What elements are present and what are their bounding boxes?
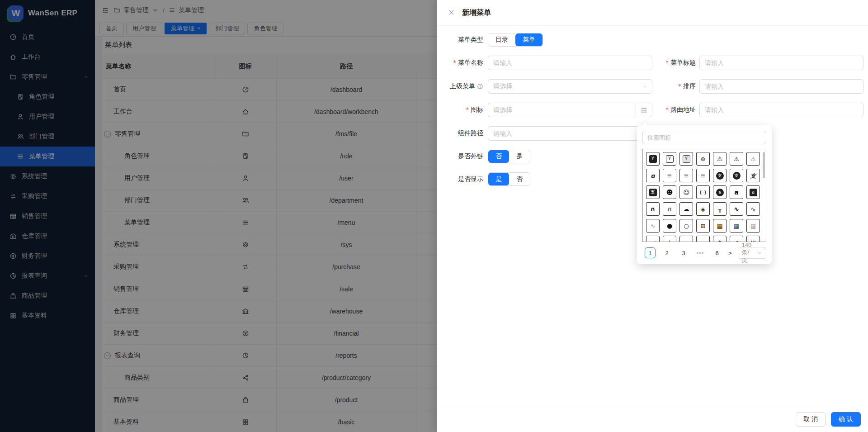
arrow-up-outlined-glyph: ↑ <box>717 240 722 242</box>
page-size-select[interactable]: 140 条/页 <box>738 247 766 259</box>
aliwangwang-outlined-glyph: ☺ <box>683 190 689 195</box>
picker-icon-alert-outlined[interactable]: ⚠ <box>730 152 743 166</box>
picker-icon-appstore-filled[interactable]: ▦ <box>713 219 726 233</box>
scrollbar-thumb[interactable] <box>763 152 765 178</box>
picker-icon-account-book-twotone[interactable]: ¥ <box>679 152 693 166</box>
picker-icon-arrow-right-outlined[interactable]: → <box>696 236 710 242</box>
ant-cloud-outlined-glyph: ☁ <box>683 206 689 212</box>
amazon-outlined-glyph: a <box>734 189 738 195</box>
picker-icon-arrow-up-outlined[interactable]: ↑ <box>713 236 726 242</box>
picker-icon-api-outlined[interactable]: ∿ <box>746 202 760 216</box>
picker-icon-ant-design-outlined[interactable]: ◈ <box>696 202 710 216</box>
route-input[interactable] <box>699 103 863 117</box>
page-button-3[interactable]: 3 <box>678 247 689 258</box>
picker-icon-api-filled[interactable]: ∿ <box>730 202 743 216</box>
picker-icon-android-outlined[interactable]: ∩ <box>663 202 676 216</box>
drawer-footer: 取 消 确 认 <box>437 406 868 432</box>
picker-icon-aliwangwang-filled[interactable]: ☻ <box>663 185 676 199</box>
picker-icon-appstore-outlined[interactable]: ▦ <box>730 219 743 233</box>
next-page-button[interactable]: > <box>728 250 732 256</box>
picker-icon-amazon-circle-filled[interactable]: a <box>713 185 726 199</box>
menu-type-label: 菜单类型 <box>449 36 483 44</box>
picker-icon-account-book-filled[interactable]: ¥ <box>646 152 660 166</box>
amazon-circle-filled-glyph: a <box>716 189 724 196</box>
alert-twotone-glyph: ⚠ <box>750 156 756 162</box>
icon-search-input[interactable] <box>642 131 766 144</box>
picker-icon-align-left-outlined[interactable]: ≡ <box>679 169 693 182</box>
form-row-icon-route: 图标 路由地址 <box>449 103 863 117</box>
picker-icon-apple-outlined[interactable]: ○ <box>679 219 693 233</box>
picker-icon-alipay-circle-filled[interactable]: 支 <box>713 169 726 182</box>
audio-outlined-glyph: Ψ <box>751 240 755 242</box>
appstore-add-outlined-glyph: ⊞ <box>701 223 706 229</box>
arrow-right-outlined-glyph: → <box>701 240 706 242</box>
external-link-label: 是否外链 <box>449 152 483 161</box>
external-option-no[interactable]: 否 <box>488 150 509 163</box>
icon-picker-button[interactable] <box>636 103 652 117</box>
picker-icon-area-chart-outlined[interactable]: ◢ <box>646 236 660 242</box>
cancel-button[interactable]: 取 消 <box>796 412 826 427</box>
alipay-outlined-glyph: 支 <box>750 173 756 179</box>
picker-icon-alipay-outlined[interactable]: 支 <box>746 169 760 182</box>
visible-segmented: 是 否 <box>488 172 530 186</box>
icon-grid: ¥¥¥⊕⚠⚠⚠ɑ≡≡≡支支支支☻☺(-)aaa∩∩☁◈╥∿∿∿●○⊞▦▦▦◢↓←… <box>642 149 766 242</box>
component-input[interactable] <box>488 126 652 141</box>
picker-icon-align-right-outlined[interactable]: ≡ <box>696 169 710 182</box>
sort-label: 排序 <box>652 82 696 90</box>
menu-type-option-directory[interactable]: 目录 <box>488 33 515 46</box>
page-button-•••[interactable]: ••• <box>695 247 706 258</box>
menu-name-input[interactable] <box>488 56 652 70</box>
external-option-yes[interactable]: 是 <box>509 150 530 163</box>
close-icon[interactable] <box>448 9 455 16</box>
icon-picker-popup: ¥¥¥⊕⚠⚠⚠ɑ≡≡≡支支支支☻☺(-)aaa∩∩☁◈╥∿∿∿●○⊞▦▦▦◢↓←… <box>637 125 772 264</box>
picker-icon-api-twotone[interactable]: ∿ <box>646 219 660 233</box>
picker-icon-apartment-outlined[interactable]: ╥ <box>713 202 726 216</box>
picker-icon-alert-twotone[interactable]: ⚠ <box>746 152 760 166</box>
apartment-outlined-glyph: ╥ <box>718 206 722 212</box>
chevron-down-icon <box>757 251 762 256</box>
picker-icon-audio-outlined[interactable]: Ψ <box>746 236 760 242</box>
alibaba-outlined-glyph: ɑ <box>651 173 655 179</box>
icon-input[interactable] <box>488 103 636 117</box>
picker-icon-alipay-square-filled[interactable]: 支 <box>646 185 660 199</box>
confirm-button[interactable]: 确 认 <box>831 412 861 427</box>
parent-menu-select[interactable]: 请选择 <box>488 79 652 94</box>
page-button-2[interactable]: 2 <box>661 247 672 258</box>
picker-icon-amazon-square-filled[interactable]: a <box>746 185 760 199</box>
account-book-twotone-glyph: ¥ <box>683 155 690 163</box>
visible-option-no[interactable]: 否 <box>509 173 530 185</box>
align-right-outlined-glyph: ≡ <box>701 173 706 179</box>
parent-menu-label: 上级菜单 <box>449 82 483 90</box>
arrows-alt-outlined-glyph: ⇗ <box>734 240 739 242</box>
picker-icon-aim-outlined[interactable]: ⊕ <box>696 152 710 166</box>
visible-option-yes[interactable]: 是 <box>488 173 509 185</box>
picker-icon-account-book-outlined[interactable]: ¥ <box>663 152 676 166</box>
sort-input[interactable] <box>699 79 863 94</box>
menu-title-input[interactable] <box>699 56 863 70</box>
picker-icon-align-center-outlined[interactable]: ≡ <box>663 169 676 182</box>
picker-icon-alert-filled[interactable]: ⚠ <box>713 152 726 166</box>
menu-type-option-menu[interactable]: 菜单 <box>515 33 542 46</box>
account-book-filled-glyph: ¥ <box>649 155 657 163</box>
picker-icon-ant-cloud-outlined[interactable]: ☁ <box>679 202 693 216</box>
picker-icon-arrow-down-outlined[interactable]: ↓ <box>663 236 676 242</box>
form-row-menu-type: 菜单类型 目录 菜单 <box>449 33 863 47</box>
picker-icon-appstore-twotone[interactable]: ▦ <box>746 219 760 233</box>
picker-icon-amazon-outlined[interactable]: a <box>730 185 743 199</box>
amazon-square-filled-glyph: a <box>750 189 757 196</box>
picker-icon-apple-filled[interactable]: ● <box>663 219 676 233</box>
picker-icon-android-filled[interactable]: ∩ <box>646 202 660 216</box>
picker-icon-aliyun-outlined[interactable]: (-) <box>696 185 710 199</box>
aim-outlined-glyph: ⊕ <box>701 156 706 162</box>
picker-icon-alipay-circle-outlined[interactable]: 支 <box>730 169 743 182</box>
picker-icon-appstore-add-outlined[interactable]: ⊞ <box>696 219 710 233</box>
drawer-header: 新增菜单 <box>437 0 868 26</box>
arrow-down-outlined-glyph: ↓ <box>667 240 672 242</box>
info-circle-icon[interactable] <box>477 83 483 90</box>
picker-icon-arrow-left-outlined[interactable]: ← <box>679 236 693 242</box>
picker-icon-aliwangwang-outlined[interactable]: ☺ <box>679 185 693 199</box>
page-button-1[interactable]: 1 <box>645 247 656 258</box>
page-button-6[interactable]: 6 <box>712 247 722 258</box>
picker-icon-arrows-alt-outlined[interactable]: ⇗ <box>730 236 743 242</box>
picker-icon-alibaba-outlined[interactable]: ɑ <box>646 169 660 182</box>
